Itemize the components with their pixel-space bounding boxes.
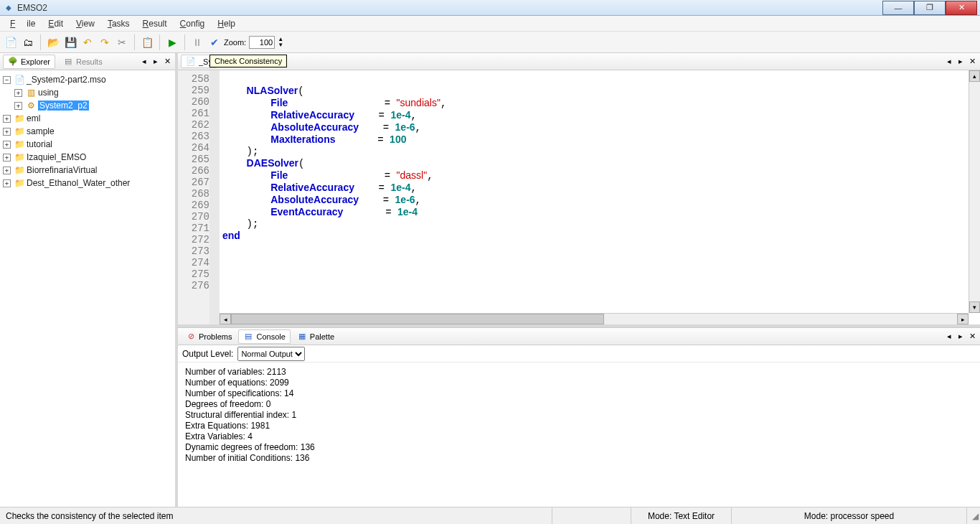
tree-node-root[interactable]: −📄_System2-part2.mso xyxy=(1,73,174,86)
console-output: Number of variables: 2113Number of equat… xyxy=(178,362,980,507)
tab-console[interactable]: ▤Console xyxy=(238,329,290,344)
expand-icon[interactable]: + xyxy=(3,179,11,187)
status-mode-processor: Mode: processor speed xyxy=(732,507,967,524)
scroll-left-icon[interactable]: ◂ xyxy=(220,314,231,324)
tab-results[interactable]: ▤Results xyxy=(58,55,108,69)
menu-config[interactable]: Config xyxy=(174,17,211,30)
undo-button[interactable]: ↶ xyxy=(80,34,95,50)
output-level-label: Output Level: xyxy=(182,349,233,359)
code-area[interactable]: NLASolver( File = "sundials", RelativeAc… xyxy=(220,70,980,324)
tree-label: sample xyxy=(27,126,55,136)
zoom-spinner[interactable]: ▲▼ xyxy=(278,37,283,48)
vertical-scrollbar[interactable]: ▴▾ xyxy=(969,70,980,313)
editor-nav: ◂ ▸ ✕ xyxy=(944,57,977,66)
expand-icon[interactable]: + xyxy=(3,167,11,174)
output-level-select[interactable]: Normal Output xyxy=(237,347,305,361)
menu-help[interactable]: Help xyxy=(212,17,241,30)
tree-node-izaquiel[interactable]: +📁Izaquiel_EMSO xyxy=(1,151,174,164)
code-editor[interactable]: 258 259 260 261 262 263 264 265 266 267 … xyxy=(178,70,980,327)
results-icon: ▤ xyxy=(63,57,73,67)
tree-label: Dest_Ethanol_Water_other xyxy=(27,178,130,188)
tree-label-selected: System2_p2 xyxy=(38,100,89,111)
tree-node-sample[interactable]: +📁sample xyxy=(1,125,174,138)
tree-node-system2[interactable]: +⚙System2_p2 xyxy=(1,99,174,112)
scroll-right-icon[interactable]: ▸ xyxy=(957,314,969,324)
pane-nav: ◂ ▸ ✕ xyxy=(139,57,172,66)
menu-tasks[interactable]: Tasks xyxy=(102,17,136,30)
zoom-input[interactable] xyxy=(249,36,275,49)
horizontal-scrollbar[interactable]: ◂▸ xyxy=(220,313,969,324)
cut-button[interactable]: ✂ xyxy=(114,34,130,50)
zoom-group: Zoom: ▲▼ xyxy=(224,36,283,49)
redo-button[interactable]: ↷ xyxy=(97,34,113,50)
tree-node-tutorial[interactable]: +📁tutorial xyxy=(1,138,174,151)
expand-icon[interactable]: + xyxy=(14,89,22,97)
tab-problems[interactable]: ⊘Problems xyxy=(181,329,237,344)
toolbar-separator xyxy=(184,34,185,50)
paste-button[interactable]: 📋 xyxy=(139,34,155,50)
tree-node-biorr[interactable]: +📁BiorrefinariaVirtual xyxy=(1,164,174,177)
center-pane: 📄_Sy Check Consistency ◂ ▸ ✕ 258 259 260… xyxy=(178,53,980,507)
pane-close-icon[interactable]: ✕ xyxy=(967,57,977,66)
pane-close-icon[interactable]: ✕ xyxy=(967,332,977,341)
tree-label: tutorial xyxy=(27,139,52,149)
expand-icon[interactable]: + xyxy=(3,141,11,149)
open-button[interactable]: 📂 xyxy=(45,34,61,50)
menubar: File Edit View Tasks Result Config Help xyxy=(0,16,980,32)
tree-node-using[interactable]: +▥using xyxy=(1,86,174,99)
nav-prev-icon[interactable]: ◂ xyxy=(139,57,149,66)
toolbar-separator xyxy=(134,34,135,50)
folder-icon: 📁 xyxy=(14,126,25,136)
app-icon: ◆ xyxy=(3,2,14,14)
tree-node-eml[interactable]: +📁eml xyxy=(1,112,174,125)
output-level-row: Output Level: Normal Output xyxy=(178,345,980,362)
run-button[interactable]: ▶ xyxy=(164,34,180,50)
save-button[interactable]: 💾 xyxy=(62,34,78,50)
new-flowsheet-button[interactable]: 🗂 xyxy=(20,34,36,50)
console-icon: ▤ xyxy=(243,332,253,342)
scroll-down-icon[interactable]: ▾ xyxy=(969,301,980,313)
new-file-button[interactable]: 📄 xyxy=(3,34,19,50)
explorer-tree: −📄_System2-part2.mso +▥using +⚙System2_p… xyxy=(0,70,175,507)
menu-edit[interactable]: Edit xyxy=(42,17,69,30)
pane-close-icon[interactable]: ✕ xyxy=(162,57,172,66)
menu-result[interactable]: Result xyxy=(137,17,173,30)
scroll-up-icon[interactable]: ▴ xyxy=(969,70,980,82)
check-consistency-button[interactable]: ✔ xyxy=(207,34,222,50)
tree-label: Izaquiel_EMSO xyxy=(27,152,86,162)
expand-icon[interactable]: + xyxy=(3,115,11,123)
scroll-thumb[interactable] xyxy=(231,314,604,324)
tree-node-dest[interactable]: +📁Dest_Ethanol_Water_other xyxy=(1,177,174,190)
left-pane-header: 🌳Explorer ▤Results ◂ ▸ ✕ xyxy=(0,53,175,70)
flowsheet-icon: ⚙ xyxy=(25,100,37,111)
close-button[interactable]: ✕ xyxy=(946,1,977,15)
folder-icon: 📁 xyxy=(14,178,25,188)
tab-palette[interactable]: ▦Palette xyxy=(292,329,339,344)
minimize-button[interactable]: — xyxy=(882,1,914,15)
expand-icon[interactable]: + xyxy=(3,128,11,136)
nav-next-icon[interactable]: ▸ xyxy=(956,332,966,341)
bottom-pane: ⊘Problems ▤Console ▦Palette ◂ ▸ ✕ Output… xyxy=(178,327,980,507)
window-title: EMSO2 xyxy=(17,3,882,13)
expand-icon[interactable]: + xyxy=(3,154,11,162)
tree-label: eml xyxy=(27,113,40,123)
toolbar-separator xyxy=(40,34,41,50)
explorer-icon: 🌳 xyxy=(8,57,18,67)
menu-view[interactable]: View xyxy=(70,17,100,30)
nav-next-icon[interactable]: ▸ xyxy=(956,57,966,66)
nav-prev-icon[interactable]: ◂ xyxy=(944,57,954,66)
pause-button[interactable]: ⏸ xyxy=(189,34,205,50)
tab-explorer[interactable]: 🌳Explorer xyxy=(3,55,55,69)
expand-icon[interactable]: + xyxy=(14,102,22,110)
editor-header: 📄_Sy Check Consistency ◂ ▸ ✕ xyxy=(178,53,980,70)
collapse-icon[interactable]: − xyxy=(3,76,11,84)
folder-icon: 📁 xyxy=(14,165,25,175)
toolbar: 📄 🗂 📂 💾 ↶ ↷ ✂ 📋 ▶ ⏸ ✔ Zoom: ▲▼ xyxy=(0,32,980,53)
maximize-button[interactable]: ❐ xyxy=(914,1,946,15)
problems-icon: ⊘ xyxy=(186,332,196,342)
nav-next-icon[interactable]: ▸ xyxy=(151,57,161,66)
menu-file[interactable]: File xyxy=(4,17,41,30)
tree-label: using xyxy=(38,88,59,98)
resize-grip-icon[interactable]: ◢ xyxy=(967,510,980,523)
nav-prev-icon[interactable]: ◂ xyxy=(944,332,954,341)
